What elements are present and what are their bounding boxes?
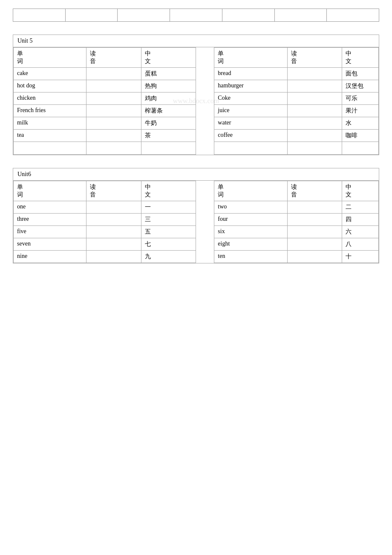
u5-l6-word <box>14 142 86 155</box>
u6-l2-zh: 五 <box>141 226 196 238</box>
u5-l4-word: milk <box>14 117 86 130</box>
u5-l3-phon <box>86 105 141 117</box>
unit6-header: Unit6 <box>13 168 379 181</box>
unit5-header: Unit 5 <box>13 35 379 47</box>
u5-r0-zh: 面包 <box>342 68 379 80</box>
u6-right-header-zh: 中文 <box>342 181 379 201</box>
u6-r1-word: four <box>214 214 287 226</box>
u6-r4-word: ten <box>214 251 287 263</box>
spacer <box>196 226 214 238</box>
spacer <box>196 92 214 105</box>
u5-l1-phon <box>86 80 141 92</box>
u5-l4-phon <box>86 117 141 130</box>
u5-r4-zh: 水 <box>342 117 379 130</box>
unit5-title: Unit 5 <box>17 38 32 44</box>
u5-r3-phon <box>287 105 342 117</box>
u6-l2-word: five <box>14 226 86 238</box>
u5-l6-zh <box>141 142 196 155</box>
unit6-row-2: five 五 six 六 <box>14 226 379 238</box>
unit5-row-2: chicken 鸡肉 Coke 可乐 <box>14 92 379 105</box>
unit5-table: Unit 5 www.bdocx.com 单词 读音 中文 单词 读音 中文 c… <box>13 35 379 155</box>
u6-r0-word: two <box>214 201 287 214</box>
u5-l3-word: French fries <box>14 105 86 117</box>
top-cell-4 <box>170 9 222 22</box>
u6-l1-zh: 三 <box>141 214 196 226</box>
u5-l3-zh: 榨薯条 <box>141 105 196 117</box>
u6-l4-zh: 九 <box>141 251 196 263</box>
u5-left-header-word: 单词 <box>14 48 86 68</box>
spacer <box>196 80 214 92</box>
u5-right-header-phon: 读音 <box>287 48 342 68</box>
u6-r4-phon <box>287 251 342 263</box>
unit6-row-3: seven 七 eight 八 <box>14 238 379 251</box>
u6-r0-zh: 二 <box>342 201 379 214</box>
u5-r1-word: hamburger <box>214 80 287 92</box>
u5-r1-phon <box>287 80 342 92</box>
spacer <box>196 105 214 117</box>
u5-l5-word: tea <box>14 130 86 142</box>
u5-r6-zh <box>342 142 379 155</box>
u5-r3-word: juice <box>214 105 287 117</box>
unit5-row-6 <box>14 142 379 155</box>
u6-r3-zh: 八 <box>342 238 379 251</box>
u6-left-header-phon: 读音 <box>86 181 141 201</box>
u5-r1-zh: 汉堡包 <box>342 80 379 92</box>
unit6-vocab-table: 单词 读音 中文 单词 读音 中文 one 一 two 二 three <box>13 181 379 263</box>
spacer <box>196 214 214 226</box>
u5-r2-phon <box>287 92 342 105</box>
u6-left-header-word: 单词 <box>14 181 86 201</box>
u6-l0-zh: 一 <box>141 201 196 214</box>
u5-r4-phon <box>287 117 342 130</box>
u6-l2-phon <box>86 226 141 238</box>
spacer <box>196 48 214 68</box>
top-cell-1 <box>13 9 66 22</box>
u6-r3-word: eight <box>214 238 287 251</box>
u5-l2-phon <box>86 92 141 105</box>
top-cell-6 <box>274 9 327 22</box>
top-cell-2 <box>65 9 118 22</box>
u6-l3-zh: 七 <box>141 238 196 251</box>
u6-l1-word: three <box>14 214 86 226</box>
u6-r2-phon <box>287 226 342 238</box>
u5-l4-zh: 牛奶 <box>141 117 196 130</box>
u6-l1-phon <box>86 214 141 226</box>
spacer <box>196 201 214 214</box>
u5-r5-zh: 咖啡 <box>342 130 379 142</box>
u5-l1-zh: 热狗 <box>141 80 196 92</box>
u6-l0-phon <box>86 201 141 214</box>
u6-l4-word: nine <box>14 251 86 263</box>
u5-l5-phon <box>86 130 141 142</box>
u5-l1-word: hot dog <box>14 80 86 92</box>
u6-r1-zh: 四 <box>342 214 379 226</box>
spacer <box>196 117 214 130</box>
u5-right-header-word: 单词 <box>214 48 287 68</box>
u5-r0-phon <box>287 68 342 80</box>
unit5-row-5: tea 茶 coffee 咖啡 <box>14 130 379 142</box>
unit5-row-0: cake 蛋糕 bread 面包 <box>14 68 379 80</box>
u5-left-header-zh: 中文 <box>141 48 196 68</box>
unit6-row-4: nine 九 ten 十 <box>14 251 379 263</box>
u5-l2-word: chicken <box>14 92 86 105</box>
unit6-row-0: one 一 two 二 <box>14 201 379 214</box>
u5-r5-word: coffee <box>214 130 287 142</box>
u6-left-header-zh: 中文 <box>141 181 196 201</box>
u6-r0-phon <box>287 201 342 214</box>
u5-right-header-zh: 中文 <box>342 48 379 68</box>
u5-r3-zh: 果汁 <box>342 105 379 117</box>
u6-right-header-word: 单词 <box>214 181 287 201</box>
u6-l3-phon <box>86 238 141 251</box>
u6-r3-phon <box>287 238 342 251</box>
u5-r2-word: Coke <box>214 92 287 105</box>
spacer <box>196 181 214 201</box>
unit5-row-3: French fries 榨薯条 juice 果汁 <box>14 105 379 117</box>
u5-l2-zh: 鸡肉 <box>141 92 196 105</box>
u6-r4-zh: 十 <box>342 251 379 263</box>
u6-l3-word: seven <box>14 238 86 251</box>
unit5-row-1: hot dog 热狗 hamburger 汉堡包 <box>14 80 379 92</box>
u6-r2-zh: 六 <box>342 226 379 238</box>
unit5-vocab-table: 单词 读音 中文 单词 读音 中文 cake 蛋糕 bread 面包 <box>13 47 379 155</box>
spacer <box>196 130 214 142</box>
u5-l6-phon <box>86 142 141 155</box>
spacer <box>196 68 214 80</box>
u5-r6-word <box>214 142 287 155</box>
